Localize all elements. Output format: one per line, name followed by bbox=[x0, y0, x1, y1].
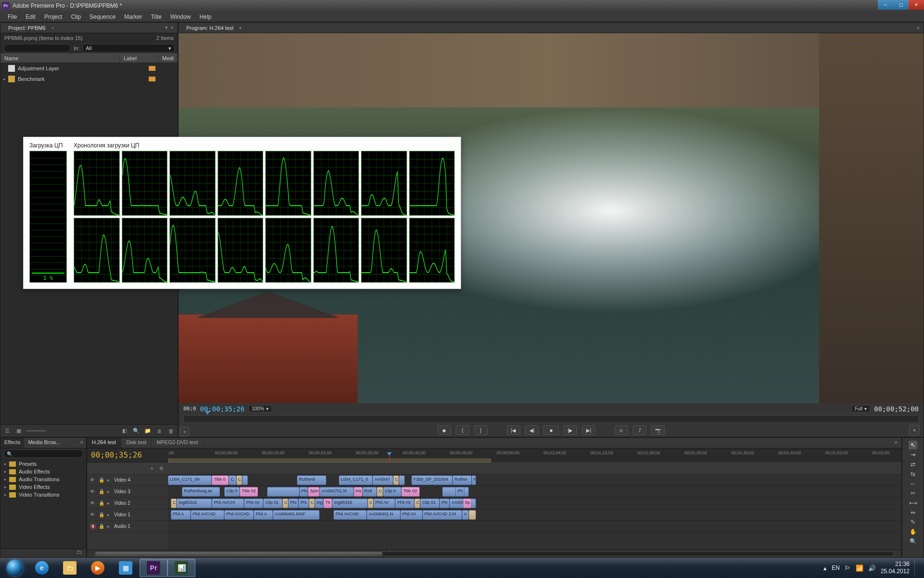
timeline-clip[interactable]: C bbox=[377, 487, 383, 497]
selection-tool[interactable]: ↖ bbox=[909, 441, 917, 449]
go-to-in-button[interactable]: |◀ bbox=[507, 425, 520, 435]
track-twirl-icon[interactable]: ▸ bbox=[107, 489, 111, 494]
timeline-clip[interactable]: Rothenb bbox=[297, 475, 326, 485]
timeline-clip[interactable]: C bbox=[414, 499, 420, 508]
playhead-marker-icon[interactable] bbox=[205, 411, 210, 415]
razor-tool[interactable]: ✂ bbox=[909, 489, 917, 498]
hand-tool[interactable]: ✋ bbox=[909, 527, 917, 536]
tray-clock[interactable]: 21:36 25.04.2012 bbox=[881, 561, 910, 575]
export-frame-button[interactable]: 📷 bbox=[651, 425, 665, 435]
thumbnail-size-slider[interactable] bbox=[26, 430, 46, 432]
timeline-clip[interactable]: Phil AV bbox=[373, 499, 396, 508]
icon-view-icon[interactable]: ▦ bbox=[15, 427, 23, 435]
project-item-benchmark[interactable]: ▸ Benchmark bbox=[0, 74, 178, 84]
timeline-clip[interactable]: Ph bbox=[455, 487, 464, 497]
new-item-icon[interactable]: 🗎 bbox=[155, 427, 163, 435]
tray-volume-icon[interactable]: 🔊 bbox=[868, 565, 876, 572]
find-icon[interactable]: 🔍 bbox=[132, 427, 140, 435]
timeline-clip[interactable]: Ing bbox=[315, 499, 323, 508]
panel-options-icon[interactable]: ≡ bbox=[891, 438, 901, 448]
go-to-out-button[interactable]: ▶| bbox=[582, 425, 595, 435]
timeline-tab-h264[interactable]: H.264 test bbox=[87, 438, 121, 448]
program-fit-dropdown[interactable]: Full▾ bbox=[851, 405, 870, 412]
timeline-clip[interactable]: Clip 01 bbox=[420, 499, 439, 508]
timeline-clip[interactable]: L004_C171_09 bbox=[168, 475, 212, 485]
extract-button[interactable]: ⤴ bbox=[633, 425, 646, 435]
timeline-clip[interactable]: C bbox=[309, 499, 315, 508]
track-header[interactable]: 👁🔒▸Video 3 bbox=[87, 486, 168, 498]
media-browser-tab[interactable]: Media Brow... bbox=[24, 438, 64, 448]
timeline-clip[interactable]: Phil AV bbox=[395, 499, 414, 508]
mark-out-button[interactable]: } bbox=[474, 425, 488, 435]
eye-icon[interactable]: 👁 bbox=[90, 512, 96, 517]
rolling-edit-tool[interactable]: ⇆ bbox=[909, 470, 917, 478]
start-button[interactable] bbox=[2, 559, 28, 577]
track-header[interactable]: 👁🔒▸Video 1 bbox=[87, 509, 168, 521]
project-item-adjustment-layer[interactable]: Adjustment Layer bbox=[0, 63, 178, 74]
timeline-clip[interactable]: Phil AVCHD bbox=[334, 510, 367, 520]
track-lane[interactable]: Phil APhil AVCHDPhil AVCHDPhil AAA006401… bbox=[168, 509, 901, 521]
track-twirl-icon[interactable]: ▸ bbox=[107, 524, 111, 529]
tray-network-icon[interactable]: 📶 bbox=[856, 565, 863, 572]
timeline-clip[interactable]: Phil bbox=[299, 487, 308, 497]
eye-icon[interactable]: 👁 bbox=[90, 477, 96, 483]
menu-help[interactable]: Help bbox=[195, 13, 215, 21]
timeline-clip[interactable]: Phil AVCHD bbox=[224, 510, 254, 520]
timeline-clip[interactable]: AA0047 bbox=[372, 475, 393, 485]
timeline-clip[interactable]: Spin bbox=[308, 487, 320, 497]
pen-tool[interactable]: ✎ bbox=[909, 518, 917, 526]
track-twirl-icon[interactable]: ▸ bbox=[107, 477, 111, 483]
mute-icon[interactable]: 🔇 bbox=[90, 524, 96, 529]
cpu-monitor-overlay[interactable]: Загрузка ЦП 1 % Хронология загрузки ЦП bbox=[23, 137, 461, 289]
slip-tool[interactable]: ⟷ bbox=[909, 499, 917, 507]
new-bin-icon[interactable]: 📁 bbox=[144, 427, 152, 435]
lock-icon[interactable]: 🔒 bbox=[99, 477, 104, 483]
timeline-clip[interactable]: Phil AVCHI bbox=[212, 499, 244, 508]
track-header[interactable]: 👁🔒▸Video 4 bbox=[87, 474, 168, 486]
taskbar-premiere[interactable]: Pr bbox=[140, 559, 167, 577]
timeline-clip[interactable]: Phil AV bbox=[400, 510, 423, 520]
timeline-clip[interactable]: Title 02 bbox=[240, 487, 258, 497]
effects-tab[interactable]: Effects bbox=[0, 438, 24, 448]
lock-icon[interactable]: 🔒 bbox=[99, 524, 104, 529]
timeline-options-icon[interactable]: ⚙ bbox=[159, 466, 165, 471]
window-minimize-button[interactable]: ─ bbox=[878, 0, 893, 10]
timeline-clip[interactable]: Phil A bbox=[254, 510, 273, 520]
timeline-horizontal-scrollbar[interactable] bbox=[87, 550, 901, 557]
timeline-clip[interactable]: C bbox=[236, 475, 242, 485]
timeline-clip[interactable]: A bbox=[462, 510, 469, 520]
panel-menu-icon[interactable]: ▾ bbox=[165, 25, 168, 31]
effects-audio-transitions-folder[interactable]: ▸Audio Transitions bbox=[2, 475, 84, 483]
menu-sequence[interactable]: Sequence bbox=[86, 13, 119, 21]
timeline-clip[interactable]: Tit bbox=[323, 499, 332, 508]
zoom-tool[interactable]: 🔍 bbox=[909, 537, 917, 546]
timeline-clip[interactable]: C bbox=[393, 475, 399, 485]
timeline-clip[interactable]: Iris bbox=[354, 487, 362, 497]
folder-twirl-icon[interactable]: ▸ bbox=[3, 77, 8, 81]
mark-in-button[interactable]: { bbox=[456, 425, 469, 435]
step-forward-button[interactable]: |▶ bbox=[564, 425, 577, 435]
panel-options-icon[interactable]: ≡ bbox=[171, 25, 174, 31]
timeline-clip[interactable] bbox=[469, 510, 476, 520]
snap-icon[interactable]: ⌖ bbox=[151, 466, 156, 472]
timeline-clip[interactable]: Phil AVCHD 2.M bbox=[423, 510, 462, 520]
timeline-clip[interactable]: Phil A bbox=[171, 510, 191, 520]
track-twirl-icon[interactable]: ▸ bbox=[107, 512, 111, 517]
timeline-clip[interactable]: Clip 0 bbox=[383, 487, 401, 497]
show-desktop-button[interactable] bbox=[914, 559, 918, 577]
timeline-clip[interactable]: Phi bbox=[298, 499, 308, 508]
effects-audio-effects-folder[interactable]: ▸Audio Effects bbox=[2, 468, 84, 475]
track-lane[interactable]: Rothenburg.avClip 0Title 02PhilSpinAA004… bbox=[168, 486, 901, 498]
project-column-media[interactable]: Medi bbox=[158, 54, 178, 63]
timeline-clip[interactable]: L004_C171_0 bbox=[339, 475, 372, 485]
track-lane[interactable]: L004_C171_09Title 0CCRothenbL004_C171_0A… bbox=[168, 474, 901, 486]
timeline-clip[interactable]: C bbox=[229, 475, 236, 485]
timeline-clip[interactable]: Title 02 bbox=[401, 487, 420, 497]
taskbar-ie[interactable]: e bbox=[28, 559, 56, 577]
timeline-clip[interactable]: Phil AVCHD bbox=[191, 510, 224, 520]
step-back-button[interactable]: ◀| bbox=[525, 425, 539, 435]
list-view-icon[interactable]: ☰ bbox=[3, 427, 11, 435]
taskbar-app-1[interactable]: ▦ bbox=[112, 559, 140, 577]
panel-options-icon[interactable]: ≡ bbox=[77, 438, 86, 448]
tray-flag-icon[interactable]: 🏳 bbox=[845, 565, 851, 572]
